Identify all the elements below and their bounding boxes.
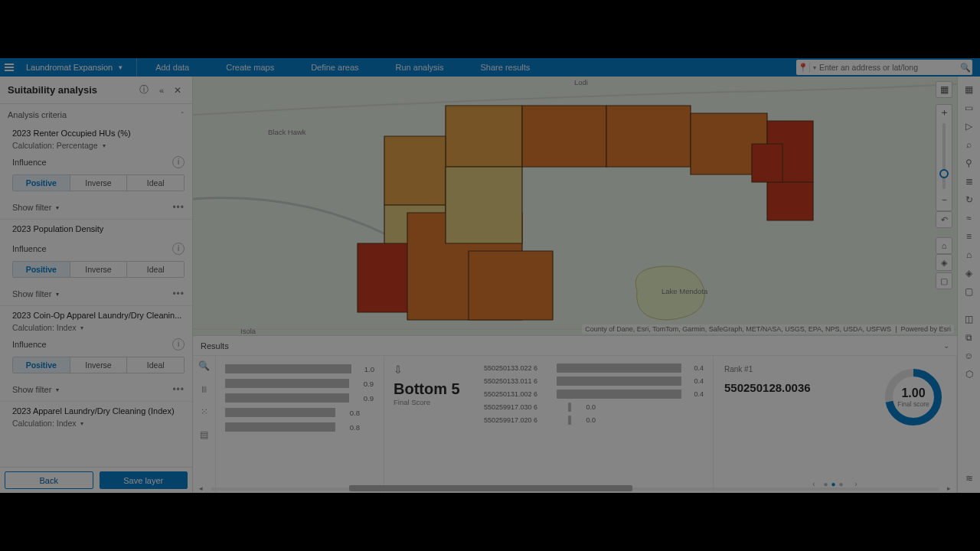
influence-label: Influence	[12, 244, 172, 253]
results-panel: Results ⌄ 🔍 ⫼ ⁙ ▤ 1.00.90.90.80.8 ⇩ Bott…	[193, 335, 957, 493]
zoom-out-button[interactable]: －	[936, 192, 952, 207]
opt-positive[interactable]: Positive	[13, 357, 70, 373]
influence-toggle[interactable]: Positive Inverse Ideal	[12, 174, 185, 191]
calc-mode[interactable]: Calculation: Index ▾	[12, 419, 185, 428]
opt-ideal[interactable]: Ideal	[126, 357, 184, 373]
top-toolbar: Laundromat Expansion ▾ Add data Create m…	[0, 58, 980, 77]
tab-share-results[interactable]: Share results	[462, 58, 549, 77]
zoom-in-button[interactable]: ＋	[936, 105, 952, 120]
close-icon[interactable]: ✕	[169, 85, 186, 96]
monitor-icon[interactable]: ▢	[961, 283, 978, 300]
slider-icon[interactable]: ≈	[961, 210, 978, 227]
search-input[interactable]	[819, 63, 959, 72]
section-analysis-criteria[interactable]: Analysis criteria ˄	[0, 104, 192, 124]
calc-mode[interactable]: Calculation: Percentage ▾	[12, 141, 185, 150]
basemap-gallery-icon[interactable]: ▦	[936, 81, 952, 98]
svg-marker-1	[522, 106, 606, 167]
criterion: 2023 Population Density	[0, 220, 192, 233]
influence-toggle[interactable]: Positive Inverse Ideal	[12, 357, 185, 373]
save-layer-button[interactable]: Save layer	[100, 471, 188, 489]
info-icon[interactable]: i	[172, 338, 185, 350]
svg-marker-7	[384, 136, 446, 205]
list-icon[interactable]: ≣	[961, 173, 978, 190]
screen-icon[interactable]: ▢	[936, 272, 952, 289]
collapse-icon[interactable]: «	[152, 86, 169, 95]
rank-card: Rank #1 550250128.0036 1.00 Final score	[714, 356, 957, 493]
influence-toggle[interactable]: Positive Inverse Ideal	[12, 261, 185, 278]
info-icon[interactable]: i	[172, 243, 185, 255]
ruler-icon[interactable]: ≡	[961, 228, 978, 245]
tab-run-analysis[interactable]: Run analysis	[377, 58, 462, 77]
top-bar-row[interactable]: 0.9	[225, 393, 374, 403]
hex-icon[interactable]: ⬡	[961, 366, 978, 383]
map-label-2: Lodi	[574, 78, 588, 86]
home-extent-icon[interactable]: ⌂	[936, 237, 952, 254]
collapse-results-icon[interactable]: ⌄	[943, 341, 949, 350]
opt-inverse[interactable]: Inverse	[70, 262, 127, 277]
refresh-icon[interactable]: ↻	[961, 191, 978, 208]
zoom-area-icon[interactable]: ⚲	[961, 155, 978, 171]
calc-mode[interactable]: Calculation: Index ▾	[12, 323, 185, 332]
layers-icon[interactable]: ▦	[961, 81, 978, 98]
opt-ideal[interactable]: Ideal	[126, 175, 184, 191]
back-button[interactable]: Back	[5, 471, 93, 489]
top-bar-row[interactable]: 0.8	[225, 422, 374, 432]
map-canvas[interactable]: Lake Mendota Black Hawk Lodi Isola ▦ ＋ －…	[193, 77, 957, 335]
scroll-left-icon[interactable]: ◂	[199, 484, 203, 492]
top-bar-row[interactable]: 0.9	[225, 378, 374, 389]
opt-ideal[interactable]: Ideal	[126, 262, 184, 277]
user-icon[interactable]: ☺	[961, 347, 978, 364]
chevron-down-icon[interactable]: ▾	[810, 64, 819, 71]
tab-create-maps[interactable]: Create maps	[207, 58, 292, 77]
zoom-control: ＋ －	[936, 104, 952, 211]
zoom-slider[interactable]	[942, 123, 946, 189]
chevron-down-icon: ▾	[56, 204, 59, 211]
info-icon[interactable]: i	[172, 156, 185, 168]
criterion-name: 2023 Population Density	[12, 224, 185, 233]
top-bar-row[interactable]: 0.8	[225, 407, 374, 418]
magnify-icon[interactable]: 🔍	[198, 360, 211, 373]
pointer-icon[interactable]: ▭	[961, 99, 978, 116]
show-filter[interactable]: Show filter ▾	[12, 385, 172, 394]
more-icon[interactable]: •••	[172, 202, 185, 213]
top-bar-row[interactable]: 1.0	[225, 364, 374, 374]
chevron-down-icon: ▾	[80, 420, 83, 427]
tab-define-areas[interactable]: Define areas	[292, 58, 377, 77]
play-icon[interactable]: ▷	[961, 118, 978, 135]
bookmark-icon[interactable]: ◫	[961, 311, 978, 328]
window-icon[interactable]: ⧉	[961, 329, 978, 346]
project-switcher[interactable]: Laundromat Expansion ▾	[18, 58, 137, 77]
histogram-icon[interactable]: ⫼	[198, 383, 211, 396]
search-icon[interactable]: 🔍	[959, 63, 972, 73]
more-icon[interactable]: •••	[172, 289, 185, 299]
scatter-icon[interactable]: ⁙	[198, 406, 211, 419]
geocode-search: 📍 ▾ 🔍	[796, 60, 972, 75]
menu-icon[interactable]	[0, 58, 18, 77]
bottom-row[interactable]: 550259917.020 6 0.0	[484, 416, 704, 425]
home-icon[interactable]: ⌂	[961, 246, 978, 263]
help-icon[interactable]: ⓘ	[136, 83, 152, 96]
show-filter[interactable]: Show filter ▾	[12, 203, 172, 212]
svg-marker-6	[752, 144, 782, 182]
opt-positive[interactable]: Positive	[13, 262, 70, 277]
show-filter[interactable]: Show filter ▾	[12, 289, 172, 298]
bottom-row[interactable]: 550250133.022 6 0.4	[484, 364, 704, 373]
pin-icon[interactable]: 📍	[796, 63, 810, 73]
scroll-right-icon[interactable]: ▸	[947, 484, 951, 492]
bottom-row[interactable]: 550250133.011 6 0.4	[484, 377, 704, 386]
more-icon[interactable]: •••	[172, 384, 185, 395]
bottom-row[interactable]: 550250131.002 6 0.4	[484, 390, 704, 399]
table-icon[interactable]: ▤	[198, 429, 211, 442]
undo-icon[interactable]: ↶	[936, 211, 952, 228]
locate-icon[interactable]: ◈	[936, 254, 952, 271]
bottom-row[interactable]: 550259917.030 6 0.0	[484, 403, 704, 412]
opt-inverse[interactable]: Inverse	[70, 357, 127, 373]
zoom-in-icon[interactable]: ⌕	[961, 136, 978, 153]
globe-icon[interactable]: ◈	[961, 265, 978, 282]
db-icon[interactable]: ≋	[961, 470, 978, 487]
opt-positive[interactable]: Positive	[13, 175, 70, 191]
opt-inverse[interactable]: Inverse	[70, 175, 127, 191]
tab-add-data[interactable]: Add data	[137, 58, 207, 77]
results-hscroll[interactable]: ◂ ▸	[211, 485, 939, 493]
score-label: Final score	[897, 400, 929, 408]
